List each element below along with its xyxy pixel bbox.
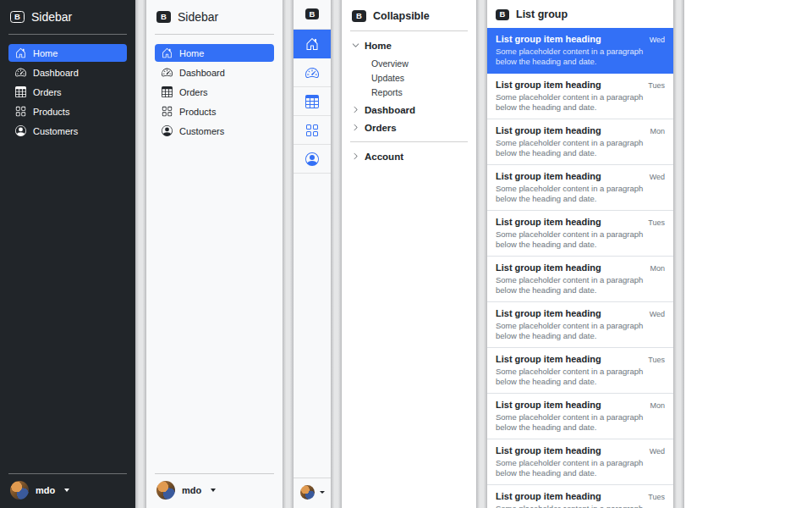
icon-sidebar: B — [294, 0, 331, 508]
list-item-heading: List group item heading — [496, 80, 601, 90]
light-sidebar: B Sidebar Home Dashboard O — [146, 0, 283, 508]
list-item-date: Mon — [650, 264, 665, 273]
list-group-item[interactable]: List group item heading Mon Some placeho… — [487, 119, 673, 165]
nav-item-icon — [162, 67, 173, 78]
list-item-date: Tues — [648, 81, 665, 90]
list-group-item[interactable]: List group item heading Tues Some placeh… — [487, 485, 673, 508]
divider-rule — [350, 30, 468, 31]
dark-sidebar-brand[interactable]: B Sidebar — [8, 8, 127, 24]
list-item-body: Some placeholder content in a paragraph … — [496, 458, 665, 478]
section-label: Orders — [365, 123, 397, 133]
list-item-heading: List group item heading — [496, 217, 601, 227]
light-sidebar-brand[interactable]: B Sidebar — [155, 8, 274, 24]
nav-item-icon — [305, 66, 319, 80]
light-sidebar-nav-link[interactable]: Customers — [155, 122, 274, 140]
list-group-panel: B List group List group item heading Wed… — [487, 0, 673, 508]
nav-item-icon — [162, 106, 173, 117]
nav-item: Products — [8, 102, 127, 120]
collapsible-toggle-orders[interactable]: Orders — [350, 119, 468, 136]
nav-item-label: Orders — [33, 87, 62, 97]
list-item-top-row: List group item heading Tues — [496, 491, 665, 501]
list-item-date: Mon — [650, 401, 665, 410]
list-group-item[interactable]: List group item heading Wed Some placeho… — [487, 165, 673, 211]
caret-down-icon — [64, 489, 69, 492]
icon-sidebar-brand[interactable]: B — [294, 0, 331, 29]
list-group-item[interactable]: List group item heading Tues Some placeh… — [487, 211, 673, 257]
list-item-top-row: List group item heading Wed — [496, 171, 665, 181]
icon-nav-tile[interactable] — [294, 145, 331, 174]
dark-sidebar-nav-link[interactable]: Products — [8, 102, 127, 120]
user-name: mdo — [182, 485, 201, 495]
list-group-item[interactable]: List group item heading Mon Some placeho… — [487, 394, 673, 439]
panel-divider — [283, 0, 294, 508]
divider-rule — [8, 34, 127, 35]
list-group-item[interactable]: List group item heading Wed Some placeho… — [487, 302, 673, 348]
section-label: Home — [365, 41, 392, 51]
list-group-item[interactable]: List group item heading Wed Some placeho… — [487, 439, 673, 485]
list-item-top-row: List group item heading Mon — [496, 125, 665, 135]
collapsible-sidebar-brand[interactable]: B Collapsible — [350, 8, 468, 22]
light-sidebar-nav-link[interactable]: Orders — [155, 83, 274, 101]
dark-sidebar-nav-link[interactable]: Customers — [8, 122, 127, 140]
user-dropdown[interactable] — [294, 478, 331, 508]
bootstrap-logo-icon: B — [305, 8, 319, 19]
collapsible-toggle-account[interactable]: Account — [350, 147, 468, 165]
list-group-item[interactable]: List group item heading Tues Some placeh… — [487, 348, 673, 394]
chevron-right-icon — [352, 124, 359, 131]
collapsible-sidebar: B Collapsible Home Overview Updates — [342, 0, 476, 508]
nav-item: Dashboard — [155, 64, 274, 81]
list-group-item[interactable]: List group item heading Wed Some placeho… — [487, 28, 673, 74]
sub-item-link[interactable]: Overview — [371, 56, 468, 70]
bootstrap-logo-icon: B — [352, 10, 366, 22]
icon-nav-tile[interactable] — [294, 58, 331, 87]
list-item-top-row: List group item heading Tues — [496, 217, 665, 227]
list-group-item[interactable]: List group item heading Tues Some placeh… — [487, 74, 673, 119]
collapsible-toggle-home[interactable]: Home — [350, 36, 468, 54]
user-dropdown[interactable]: mdo — [155, 481, 274, 500]
dark-sidebar-nav-link[interactable]: Home — [8, 44, 127, 62]
list-group-item[interactable]: List group item heading Mon Some placeho… — [487, 257, 673, 302]
bootstrap-logo-icon: B — [496, 9, 509, 20]
divider-rule — [155, 34, 274, 35]
light-sidebar-nav-link[interactable]: Products — [155, 102, 274, 120]
light-sidebar-nav-link[interactable]: Home — [155, 44, 274, 62]
list-item-date: Tues — [648, 493, 665, 501]
spacer — [294, 174, 331, 478]
collapsible-sidebar-title: Collapsible — [373, 10, 430, 22]
list-item-top-row: List group item heading Wed — [496, 34, 665, 44]
icon-nav-tile[interactable] — [294, 30, 331, 58]
list-item-body: Some placeholder content in a paragraph … — [496, 275, 665, 295]
icon-nav-tile[interactable] — [294, 116, 331, 145]
nav-item-label: Home — [179, 48, 204, 58]
list-group-scrollarea[interactable]: List group item heading Wed Some placeho… — [487, 28, 673, 508]
list-item-date: Mon — [650, 127, 665, 135]
nav-item: Customers — [8, 122, 127, 140]
nav-item-icon — [15, 106, 26, 117]
icon-nav-tile[interactable] — [294, 87, 331, 116]
light-sidebar-nav-link[interactable]: Dashboard — [155, 64, 274, 81]
nav-item-icon — [305, 124, 319, 137]
panel-divider — [331, 0, 342, 508]
collapsible-toggle-dashboard[interactable]: Dashboard — [350, 101, 468, 119]
divider-rule — [155, 473, 274, 474]
sub-item-link[interactable]: Updates — [371, 70, 468, 85]
list-item-date: Wed — [650, 173, 665, 181]
bootstrap-logo-icon: B — [10, 11, 25, 23]
nav-item: Products — [155, 102, 274, 120]
collapsible-sublist: Overview Updates Reports — [350, 56, 468, 99]
sub-item-link[interactable]: Reports — [371, 85, 468, 99]
nav-item-icon — [162, 47, 173, 58]
list-item-date: Wed — [650, 310, 665, 318]
nav-item-label: Customers — [179, 126, 224, 136]
nav-item: Dashboard — [8, 64, 127, 81]
dark-sidebar-nav: Home Dashboard Orders Prod — [8, 44, 127, 141]
dark-sidebar-nav-link[interactable]: Dashboard — [8, 64, 127, 81]
nav-item-icon — [15, 125, 26, 136]
user-dropdown[interactable]: mdo — [8, 481, 127, 500]
list-item-date: Tues — [648, 356, 665, 364]
list-item-top-row: List group item heading Wed — [496, 308, 665, 318]
user-name: mdo — [36, 485, 55, 495]
nav-item-icon — [162, 125, 173, 136]
dark-sidebar-nav-link[interactable]: Orders — [8, 83, 127, 101]
bootstrap-logo-icon: B — [156, 11, 171, 23]
